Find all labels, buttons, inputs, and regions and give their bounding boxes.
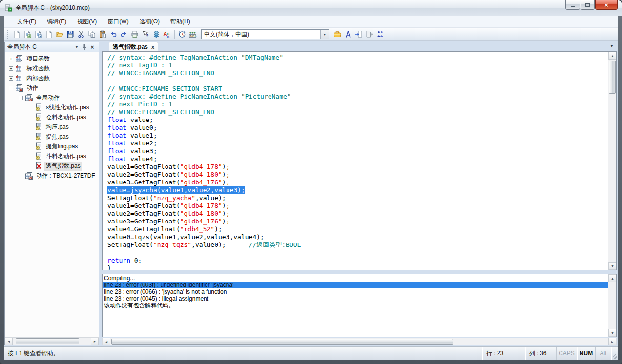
code-line[interactable]: value0=tqzs(value1,value2,value3,value4)… — [107, 233, 608, 241]
expand-icon[interactable]: + — [9, 76, 13, 81]
code-line[interactable] — [107, 77, 608, 85]
tab-overflow-dropdown-icon[interactable]: ▼ — [610, 44, 614, 48]
import-icon[interactable] — [353, 29, 364, 40]
tree-item-10[interactable]: 斗料名动作.pas — [5, 151, 99, 161]
print-icon[interactable] — [129, 29, 140, 40]
code-line[interactable]: float value; — [107, 116, 608, 124]
code-line[interactable]: float value1; — [107, 132, 608, 140]
language-combobox[interactable]: 中文(简体，中国) ▼ — [201, 29, 329, 39]
id-info-icon[interactable]: +++1010 — [187, 29, 198, 40]
editor-vertical-scrollbar[interactable]: ▲ ▼ — [608, 52, 616, 270]
save-icon[interactable] — [65, 29, 76, 40]
tree-item-11[interactable]: 透气指数.pas — [5, 161, 99, 171]
new-procedure-icon[interactable] — [33, 29, 43, 40]
code-line[interactable]: value2=GetTagFloat("gldb4_180"); — [107, 171, 608, 179]
tree-item-5[interactable]: s线性化动作.pas — [5, 102, 99, 112]
code-line[interactable]: value2=GetTagFloat("gldb4_180"); — [107, 210, 608, 218]
help-pointer-icon[interactable]: ? — [140, 29, 151, 40]
menu-item-1[interactable]: 编辑(E) — [42, 16, 71, 27]
code-line[interactable]: // syntax: #define TagNameInAction "DMTa… — [107, 54, 608, 61]
tab-touqizhishu[interactable]: 透气指数.pas x — [109, 42, 158, 51]
tab-close-icon[interactable]: x — [151, 44, 154, 50]
menu-item-5[interactable]: 帮助(H) — [166, 16, 195, 27]
open-icon[interactable] — [54, 29, 65, 40]
output-scroll-thumb[interactable] — [111, 339, 453, 345]
minimize-button[interactable] — [565, 0, 580, 10]
scroll-left-icon[interactable]: ◄ — [5, 338, 13, 345]
new-action-icon[interactable] — [22, 29, 33, 40]
new-document-icon[interactable] — [11, 29, 22, 40]
tree-item-12[interactable]: 动作 : TBCX1-27E7DF — [5, 171, 99, 181]
scroll-right-icon[interactable]: ► — [91, 338, 99, 345]
splitter[interactable] — [102, 270, 617, 274]
compass-icon[interactable] — [343, 29, 353, 40]
combobox-dropdown-icon[interactable]: ▼ — [320, 30, 329, 39]
code-line[interactable]: value1=GetTagFloat("gldb4_178"); — [107, 163, 608, 171]
code-line[interactable]: value1=GetTagFloat("gldb4_178"); — [107, 202, 608, 210]
resize-grip[interactable] — [611, 347, 618, 360]
output-line[interactable]: line 23 : error (0045) : illegal assignm… — [103, 295, 608, 302]
code-line[interactable]: SetTagFloat("nzq_yacha",value); — [107, 194, 608, 202]
scroll-down-icon[interactable]: ▼ — [608, 262, 617, 270]
panel-close-icon[interactable]: × — [88, 43, 96, 51]
restore-button[interactable] — [581, 0, 595, 10]
tree-item-3[interactable]: -动作 — [5, 83, 99, 93]
panel-menu-dropdown-icon[interactable]: ▼ — [73, 43, 81, 51]
code-line[interactable]: // WINCC:PICNAME_SECTION_END — [107, 108, 608, 116]
tree-item-7[interactable]: 均压.pas — [5, 122, 99, 132]
output-line[interactable]: Compiling... — [103, 275, 608, 282]
redo-icon[interactable] — [119, 29, 129, 40]
code-line[interactable]: float value3; — [107, 147, 608, 155]
toolbar-grip[interactable] — [7, 30, 9, 39]
cut-icon[interactable] — [76, 29, 86, 40]
code-line[interactable]: float value2; — [107, 140, 608, 147]
tree-item-9[interactable]: 提焦ling.pas — [5, 142, 99, 151]
code-editor[interactable]: // syntax: #define TagNameInAction "DMTa… — [102, 52, 617, 270]
code-line[interactable]: value3=GetTagFloat("gldb4_176"); — [107, 218, 608, 225]
undo-icon[interactable] — [108, 29, 119, 40]
code-line[interactable]: // WINCC:TAGNAME_SECTION_END — [107, 69, 608, 77]
code-line[interactable]: // next TagID : 1 — [107, 61, 608, 69]
code-line[interactable]: SetTagFloat("nzq_tqzs",value0); //返回类型:B… — [107, 241, 608, 249]
export-icon[interactable] — [364, 29, 375, 40]
collapse-icon[interactable]: - — [9, 86, 13, 90]
collapse-icon[interactable]: - — [19, 96, 23, 100]
code-line-selected[interactable]: value=jsyacha(value1,value2,value3); — [107, 186, 608, 194]
scroll-up-icon[interactable]: ▲ — [608, 274, 617, 282]
trigger-clock-icon[interactable] — [177, 29, 187, 40]
title-bar[interactable]: 全局脚本 C - (slxy2010.mcp) × — [0, 0, 622, 16]
compile-icon[interactable] — [151, 29, 162, 40]
tree-item-2[interactable]: +内部函数 — [5, 73, 99, 83]
output-line-selected[interactable]: line 23 : error (003f) : undefined ident… — [103, 282, 608, 288]
code-line[interactable]: float value0; — [107, 124, 608, 132]
code-line[interactable]: // next PicID : 1 — [107, 101, 608, 108]
output-horizontal-scrollbar[interactable]: ◄ ► — [102, 338, 617, 345]
code-line[interactable]: } — [107, 264, 608, 270]
expand-icon[interactable]: + — [9, 66, 13, 71]
code-line[interactable] — [107, 249, 608, 257]
tree-scroll-thumb[interactable] — [16, 338, 79, 344]
scroll-down-icon[interactable]: ▼ — [608, 329, 617, 337]
scroll-right-icon[interactable]: ► — [608, 338, 616, 345]
code-line[interactable]: // WINCC:PICNAME_SECTION_START — [107, 85, 608, 93]
output-line[interactable]: line 23 : error (0066) : 'jsyacha' is no… — [103, 288, 608, 295]
code-line[interactable]: return 0; — [107, 257, 608, 264]
paste-icon[interactable] — [97, 29, 108, 40]
menu-item-4[interactable]: 选项(O) — [135, 16, 164, 27]
tree-item-0[interactable]: +项目函数 — [5, 54, 99, 63]
document-lines-icon[interactable] — [43, 29, 54, 40]
close-button[interactable]: × — [595, 0, 618, 10]
code-text[interactable]: // syntax: #define TagNameInAction "DMTa… — [103, 52, 608, 270]
tree-item-4[interactable]: -全局动作 — [5, 93, 99, 102]
output-line[interactable]: 该动作没有包含解释代码。 — [103, 302, 608, 309]
tree-item-1[interactable]: +标准函数 — [5, 63, 99, 73]
editor-scroll-thumb[interactable] — [609, 61, 616, 94]
output-vertical-scrollbar[interactable]: ▲ ▼ — [608, 274, 616, 337]
scroll-left-icon[interactable]: ◄ — [103, 338, 110, 345]
tree-horizontal-scrollbar[interactable]: ◄ ► — [5, 337, 99, 345]
runtime-icon[interactable] — [375, 29, 386, 40]
font-icon[interactable]: ACB — [162, 29, 172, 40]
compiler-output-panel[interactable]: Compiling...line 23 : error (003f) : und… — [102, 274, 617, 337]
tree-item-8[interactable]: 提焦.pas — [5, 132, 99, 142]
panel-pin-icon[interactable] — [81, 43, 88, 51]
